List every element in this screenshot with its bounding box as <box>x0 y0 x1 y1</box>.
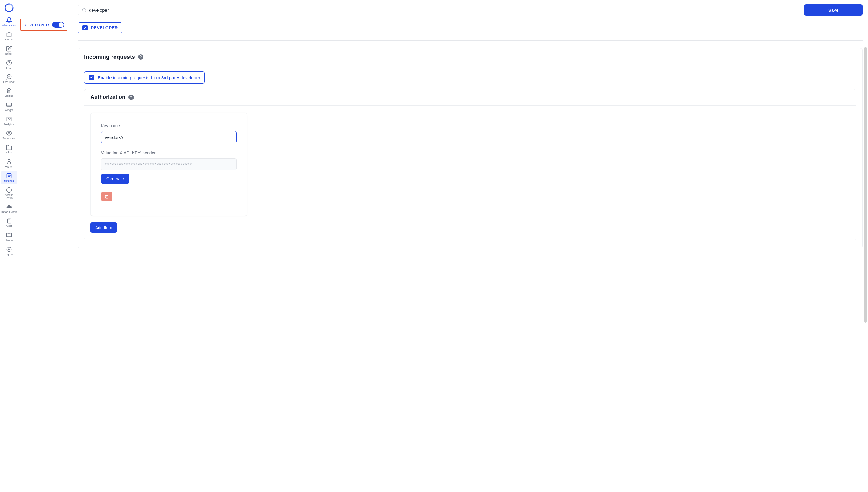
sidebar-item-label: FAQ <box>6 67 11 70</box>
sidebar-item-widget[interactable]: Widget <box>1 100 18 114</box>
sidebar-item-home[interactable]: Home <box>1 29 18 43</box>
key-name-input[interactable] <box>101 131 237 143</box>
message-bubble-icon <box>6 74 12 80</box>
sidebar-item-label: Live Chat <box>3 81 15 84</box>
logout-icon <box>6 246 12 252</box>
search-field[interactable] <box>78 5 800 16</box>
authorization-card: Authorization ? Key name Value for 'X-AP… <box>84 89 856 240</box>
sidebar-item-faq[interactable]: FAQ <box>1 58 18 71</box>
help-icon[interactable]: ? <box>128 95 134 100</box>
sidebar-item-whatsnew[interactable]: What's New <box>1 16 18 29</box>
svg-line-23 <box>85 11 86 12</box>
sidebar-item-livechat[interactable]: Live Chat <box>1 72 18 85</box>
sidebar-item-label: Widget <box>4 109 13 112</box>
book-icon <box>6 232 12 238</box>
edit-icon <box>6 46 12 52</box>
sidebar-item-manual[interactable]: Manual <box>1 230 18 244</box>
svg-point-11 <box>8 159 10 162</box>
sidebar-item-label: Audit <box>6 225 12 228</box>
chart-icon <box>6 116 12 122</box>
search-icon <box>82 7 86 13</box>
tag-row: DEVELOPER <box>72 20 868 41</box>
app-root: What's New Home Editor FAQ Live Chat Ent… <box>0 0 868 492</box>
svg-rect-12 <box>7 173 11 178</box>
developer-toggle-label: DEVELOPER <box>24 23 49 27</box>
sidebar-item-label: Settings <box>4 180 14 183</box>
app-logo <box>4 3 14 13</box>
house-entities-icon <box>6 88 12 94</box>
help-icon[interactable]: ? <box>138 54 144 60</box>
left-sidebar: What's New Home Editor FAQ Live Chat Ent… <box>0 0 18 492</box>
svg-point-1 <box>10 18 11 19</box>
sidebar-item-label: Editor <box>5 52 12 55</box>
key-name-label: Key name <box>101 123 237 128</box>
folder-icon <box>6 144 12 150</box>
sidebar-item-audit[interactable]: Audit <box>1 216 18 230</box>
sidebar-item-supervisor[interactable]: Supervisor <box>1 128 18 142</box>
sidebar-item-settings[interactable]: Settings <box>1 171 18 184</box>
sidebar-item-label: Visitor <box>5 166 12 169</box>
svg-point-13 <box>8 175 10 176</box>
svg-point-22 <box>83 8 85 11</box>
subcard-header: Authorization ? <box>84 89 856 105</box>
authorization-title: Authorization <box>91 94 125 100</box>
sidebar-item-entities[interactable]: Entities <box>1 86 18 99</box>
trash-icon <box>105 194 109 199</box>
search-input[interactable] <box>89 7 797 13</box>
sidebar-item-editor[interactable]: Editor <box>1 44 18 57</box>
sidebar-item-label: Import Export <box>1 211 17 214</box>
sidebar-item-label: Analytics <box>3 123 14 126</box>
svg-point-10 <box>8 133 10 134</box>
sidebar-item-visitor[interactable]: Visitor <box>1 157 18 170</box>
generate-button[interactable]: Generate <box>101 174 129 183</box>
cloud-upload-icon <box>6 204 12 210</box>
save-button[interactable]: Save <box>804 4 863 16</box>
developer-toggle[interactable] <box>52 22 64 28</box>
topbar: Save <box>72 0 868 20</box>
sidebar-item-label: What's New <box>2 24 16 27</box>
incoming-requests-title: Incoming requests <box>84 54 135 60</box>
svg-point-6 <box>9 77 10 77</box>
checkbox-checked-icon <box>82 25 88 30</box>
sidebar-item-accesscontrol[interactable]: Access Control <box>1 185 18 202</box>
api-key-value-input[interactable] <box>101 158 237 170</box>
card-header: Incoming requests ? <box>78 48 862 66</box>
add-item-button[interactable]: Add Item <box>91 222 117 233</box>
api-key-label: Value for 'X-API-KEY' header <box>101 150 237 155</box>
monitor-icon <box>6 102 12 108</box>
eye-icon <box>6 130 12 136</box>
sidebar-item-importexport[interactable]: Import Export <box>1 202 18 216</box>
developer-tag-label: DEVELOPER <box>91 25 118 30</box>
main-content: Save DEVELOPER Incoming requests ? <box>72 0 868 492</box>
settings-square-icon <box>6 173 12 179</box>
checkbox-checked-icon <box>88 75 94 80</box>
developer-tag[interactable]: DEVELOPER <box>78 22 122 33</box>
sidebar-item-label: Log out <box>4 253 13 256</box>
sidebar-item-label: Home <box>5 38 12 41</box>
content-scrollbar[interactable] <box>864 47 867 323</box>
svg-point-5 <box>9 77 9 77</box>
svg-point-4 <box>8 77 8 77</box>
delete-key-button[interactable] <box>101 192 112 201</box>
audit-icon <box>6 218 12 224</box>
sidebar-item-files[interactable]: Files <box>1 143 18 156</box>
bell-dot-icon <box>6 17 12 23</box>
sidebar-item-label: Access Control <box>1 194 18 200</box>
sidebar-item-label: Files <box>6 151 12 154</box>
alert-circle-icon <box>6 187 12 193</box>
sidebar-item-logout[interactable]: Log out <box>1 245 18 258</box>
secondary-panel: DEVELOPER <box>18 0 72 492</box>
sidebar-item-label: Manual <box>4 239 14 242</box>
enable-incoming-label: Enable incoming requests from 3rd party … <box>98 75 200 80</box>
home-icon <box>6 31 12 38</box>
api-key-card: Key name Value for 'X-API-KEY' header Ge… <box>91 113 247 216</box>
toggle-knob <box>59 22 63 27</box>
user-icon <box>6 158 12 165</box>
developer-toggle-highlight: DEVELOPER <box>21 19 67 31</box>
enable-incoming-checkbox[interactable]: Enable incoming requests from 3rd party … <box>84 71 205 83</box>
sidebar-item-analytics[interactable]: Analytics <box>1 114 18 128</box>
incoming-requests-card: Incoming requests ? Enable incoming requ… <box>78 48 863 248</box>
sidebar-item-label: Entities <box>4 95 14 98</box>
help-circle-icon <box>6 60 12 66</box>
sidebar-item-label: Supervisor <box>2 137 16 140</box>
